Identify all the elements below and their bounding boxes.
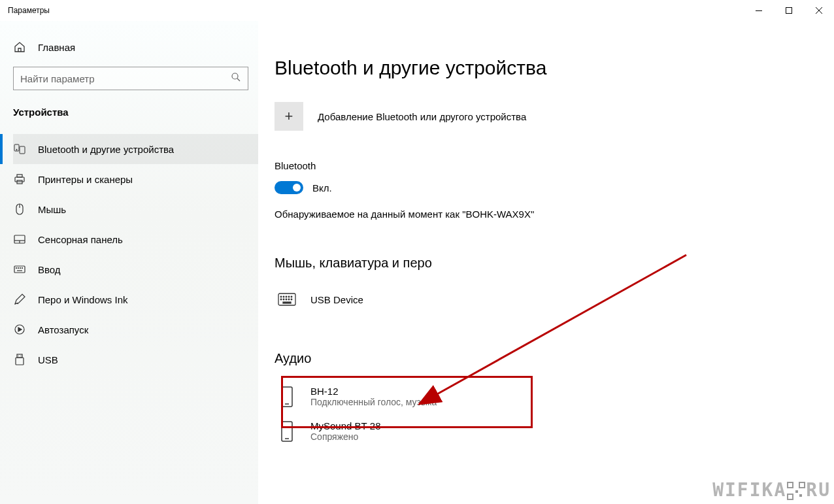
device-name: MySound BT-28 (310, 420, 381, 431)
svg-rect-24 (17, 354, 22, 358)
svg-rect-17 (14, 266, 25, 273)
mouse-icon (13, 203, 26, 216)
category-header: Устройства (13, 107, 258, 118)
svg-rect-1 (786, 8, 792, 14)
bluetooth-devices-icon (13, 143, 26, 156)
nav-label: USB (38, 354, 58, 365)
bluetooth-label: Bluetooth (275, 160, 834, 171)
nav-label: Принтеры и сканеры (38, 174, 133, 185)
keyboard-device-icon (278, 290, 296, 309)
svg-point-31 (286, 296, 287, 297)
home-icon (13, 41, 26, 54)
svg-point-33 (291, 296, 292, 297)
section-title-audio: Аудио (275, 351, 834, 366)
device-item-mysound[interactable]: MySound BT-28 Сопряжено (275, 414, 834, 448)
home-link[interactable]: Главная (13, 34, 258, 60)
discoverable-text: Обнаруживаемое на данный момент как "BOH… (275, 209, 834, 220)
svg-rect-10 (17, 175, 22, 177)
svg-point-35 (283, 299, 284, 300)
sidebar-item-usb[interactable]: USB (13, 344, 258, 375)
svg-point-8 (16, 149, 17, 150)
svg-rect-50 (799, 494, 802, 497)
add-device-label: Добавление Bluetooth или другого устройс… (318, 111, 526, 122)
keyboard-icon (13, 263, 26, 276)
nav-label: Мышь (38, 204, 66, 215)
svg-point-37 (288, 299, 290, 300)
nav-label: Перо и Windows Ink (38, 294, 128, 305)
device-status: Подключенный голос, музыка (310, 397, 437, 407)
svg-point-4 (232, 73, 238, 79)
bluetooth-section: Bluetooth Вкл. Обнаруживаемое на данный … (275, 160, 834, 220)
svg-rect-9 (15, 177, 24, 182)
device-name: USB Device (310, 294, 363, 305)
svg-point-38 (291, 299, 292, 300)
printer-icon (13, 173, 26, 186)
search-icon (231, 72, 241, 85)
search-input[interactable] (20, 73, 231, 84)
input-devices-section: Мышь, клавиатура и перо USB Device (275, 256, 834, 315)
add-device-row[interactable]: + Добавление Bluetooth или другого устро… (275, 102, 834, 131)
nav-label: Автозапуск (38, 324, 88, 335)
page-title: Bluetooth и другие устройства (275, 57, 834, 79)
window-controls (744, 0, 834, 21)
search-box[interactable] (13, 67, 248, 90)
nav-label: Bluetooth и другие устройства (38, 144, 174, 155)
svg-rect-47 (799, 482, 805, 488)
device-item-usb[interactable]: USB Device (275, 284, 834, 315)
sidebar: Главная Устройства Bluetooth и другие ус… (0, 21, 258, 504)
pen-icon (13, 293, 26, 306)
window-title: Параметры (8, 6, 50, 15)
sidebar-item-bluetooth[interactable]: Bluetooth и другие устройства (13, 134, 258, 164)
sidebar-item-printers[interactable]: Принтеры и сканеры (13, 164, 258, 194)
maximize-button[interactable] (774, 0, 804, 21)
toggle-state-label: Вкл. (312, 182, 332, 193)
close-button[interactable] (804, 0, 834, 21)
sidebar-item-pen[interactable]: Перо и Windows Ink (13, 284, 258, 314)
watermark: WIFIKARU (712, 479, 831, 501)
toggle-knob (293, 184, 301, 192)
svg-rect-39 (283, 302, 291, 303)
svg-point-18 (16, 268, 17, 269)
nav-label: Сенсорная панель (38, 234, 123, 245)
svg-point-29 (280, 296, 282, 297)
titlebar: Параметры (0, 0, 834, 21)
svg-rect-7 (20, 146, 25, 154)
svg-rect-49 (795, 490, 798, 493)
minimize-button[interactable] (744, 0, 774, 21)
svg-point-21 (22, 268, 23, 269)
add-device-button[interactable]: + (275, 102, 303, 131)
content-area: Bluetooth и другие устройства + Добавлен… (258, 21, 834, 504)
svg-point-32 (288, 296, 290, 297)
audio-devices-section: Аудио BH-12 Подключенный голос, музыка M… (275, 351, 834, 448)
device-name: BH-12 (310, 386, 437, 397)
plus-icon: + (285, 108, 293, 125)
sidebar-item-mouse[interactable]: Мышь (13, 194, 258, 224)
phone-device-icon (278, 388, 296, 406)
bluetooth-toggle[interactable] (275, 181, 303, 194)
nav-label: Ввод (38, 264, 61, 275)
device-item-bh12[interactable]: BH-12 Подключенный голос, музыка (275, 379, 834, 414)
svg-point-36 (286, 299, 287, 300)
phone-device-icon (278, 422, 296, 441)
sidebar-item-typing[interactable]: Ввод (13, 254, 258, 284)
svg-rect-46 (788, 482, 793, 488)
svg-point-20 (20, 268, 21, 269)
autoplay-icon (13, 323, 26, 336)
sidebar-item-touchpad[interactable]: Сенсорная панель (13, 224, 258, 254)
home-label: Главная (38, 42, 75, 53)
svg-point-30 (283, 296, 284, 297)
sidebar-item-autoplay[interactable]: Автозапуск (13, 314, 258, 344)
svg-point-34 (280, 299, 282, 300)
section-title-input: Мышь, клавиатура и перо (275, 256, 834, 271)
usb-icon (13, 353, 26, 366)
svg-line-5 (237, 78, 240, 81)
touchpad-icon (13, 233, 26, 246)
device-status: Сопряжено (310, 431, 381, 442)
svg-point-19 (18, 268, 19, 269)
bluetooth-toggle-row: Вкл. (275, 181, 834, 194)
svg-rect-25 (16, 358, 24, 365)
svg-rect-48 (788, 494, 793, 499)
